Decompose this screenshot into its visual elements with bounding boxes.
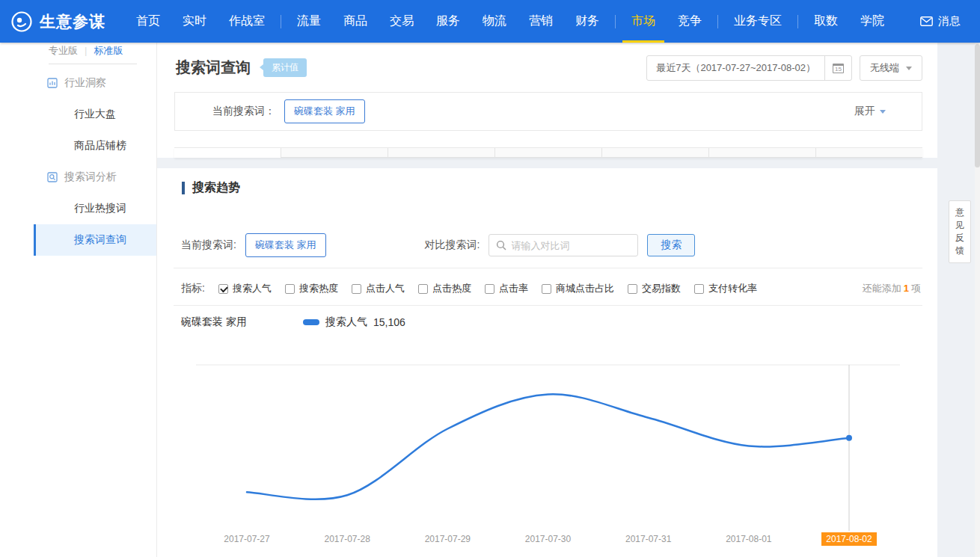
message-button[interactable]: 消息 — [920, 14, 970, 28]
metric-tab[interactable] — [174, 148, 281, 158]
chevron-down-icon — [906, 67, 912, 70]
sidebar-item-search-word-query[interactable]: 搜索词查询 — [34, 224, 156, 256]
nav-service[interactable]: 服务 — [425, 0, 471, 43]
version-tab-divider: | — [85, 45, 87, 56]
scrollbar-thumb[interactable] — [975, 44, 980, 167]
date-range-picker[interactable]: 最近7天（2017-07-27~2017-08-02） 15 — [646, 55, 852, 81]
keyword-tag[interactable]: 碗碟套装 家用 — [284, 99, 365, 123]
x-axis-label: 2017-08-01 — [726, 534, 772, 544]
trend-controls-row: 当前搜索词: 碗碟套装 家用 对比搜索词: 搜索 — [181, 233, 921, 257]
checkbox-icon — [418, 284, 428, 294]
cumulative-value-badge: 累计值 — [263, 58, 307, 77]
keyword-tag[interactable]: 碗碟套装 家用 — [245, 233, 326, 257]
chevron-down-icon — [880, 110, 886, 114]
x-axis-label: 2017-07-27 — [224, 534, 270, 544]
calendar-icon-button[interactable]: 15 — [824, 56, 851, 80]
metric-tab[interactable] — [708, 148, 815, 158]
date-range-text: 最近7天（2017-07-27~2017-08-02） — [647, 61, 824, 75]
expand-link[interactable]: 展开 — [854, 105, 886, 118]
metric-tab[interactable] — [281, 148, 388, 158]
current-keyword-label: 当前搜索词： — [212, 105, 275, 118]
divider — [174, 268, 922, 268]
section-title: 搜索趋势 — [192, 180, 240, 196]
metric-tab[interactable] — [494, 148, 601, 158]
checkbox-icon — [694, 284, 704, 294]
current-keyword-panel: 当前搜索词： 碗碟套装 家用 展开 — [174, 92, 922, 131]
nav-war-room[interactable]: 作战室 — [218, 0, 276, 43]
metric-tab[interactable] — [601, 148, 708, 158]
expand-label: 展开 — [854, 105, 875, 118]
nav-market[interactable]: 市场 — [620, 0, 667, 43]
metrics-row: 指标: 搜索人气 搜索热度 点击人气 点击热度 — [181, 278, 921, 299]
nav-finance[interactable]: 财务 — [564, 0, 610, 43]
metric-label: 交易指数 — [642, 282, 681, 295]
nav-realtime[interactable]: 实时 — [171, 0, 218, 43]
metric-pay-conversion[interactable]: 支付转化率 — [694, 282, 757, 295]
nav-product[interactable]: 商品 — [332, 0, 379, 43]
nav-divider — [615, 15, 616, 28]
nav-business-zone[interactable]: 业务专区 — [723, 0, 793, 43]
header-controls: 最近7天（2017-07-27~2017-08-02） 15 无线端 — [646, 55, 922, 81]
main-content: 搜索词查询 累计值 最近7天（2017-07-27~2017-08-02） 15… — [157, 43, 980, 557]
metric-click-popularity[interactable]: 点击人气 — [352, 282, 405, 295]
add-more-note: 还能添加1项 — [863, 282, 921, 295]
metric-click-rate[interactable]: 点击率 — [485, 282, 528, 295]
nav-divider — [797, 15, 798, 28]
device-select[interactable]: 无线端 — [860, 55, 922, 81]
sidebar-item-industry-insight[interactable]: 行业洞察 — [0, 67, 156, 99]
checkbox-icon — [542, 284, 551, 294]
nav-divider — [281, 15, 281, 28]
divider — [174, 305, 922, 306]
sidebar-item-label: 行业洞察 — [64, 76, 106, 90]
metric-label: 商城点击占比 — [556, 282, 614, 295]
scrollbar-track[interactable] — [975, 43, 980, 557]
nav-marketing[interactable]: 营销 — [518, 0, 564, 43]
tab-standard-version[interactable]: 标准版 — [94, 45, 123, 56]
tab-pro-version[interactable]: 专业版 — [49, 45, 78, 56]
metric-search-popularity[interactable]: 搜索人气 — [218, 282, 272, 295]
envelope-icon — [920, 16, 933, 26]
nav-home[interactable]: 首页 — [125, 0, 171, 43]
nav-logistics[interactable]: 物流 — [471, 0, 518, 43]
x-axis-label: 2017-07-30 — [525, 534, 572, 544]
metric-click-heat[interactable]: 点击热度 — [418, 282, 471, 295]
sidebar-item-label: 搜索词查询 — [74, 233, 126, 247]
search-icon — [496, 240, 506, 250]
metric-tab[interactable] — [388, 148, 494, 158]
sidebar-item-product-shop-rank[interactable]: 商品店铺榜 — [0, 130, 156, 161]
sidebar-item-label: 行业大盘 — [74, 108, 116, 121]
series-name: 碗碟套装 家用 — [181, 316, 303, 329]
metric-mall-click-share[interactable]: 商城点击占比 — [542, 282, 614, 295]
metric-trade-index[interactable]: 交易指数 — [628, 282, 681, 295]
checkbox-icon — [628, 284, 637, 294]
checkbox-checked-icon — [218, 284, 228, 294]
metric-label: 支付转化率 — [708, 282, 757, 295]
device-select-value: 无线端 — [870, 61, 899, 75]
search-button[interactable]: 搜索 — [647, 234, 695, 256]
legend-item[interactable]: 搜索人气 15,106 — [303, 316, 405, 329]
x-axis-label: 2017-07-29 — [425, 534, 471, 544]
sidebar-item-industry-hot-words[interactable]: 行业热搜词 — [0, 193, 156, 224]
nav-trade[interactable]: 交易 — [379, 0, 425, 43]
sidebar-item-label: 商品店铺榜 — [74, 139, 126, 153]
logo-text: 生意参谋 — [40, 11, 105, 32]
metric-search-heat[interactable]: 搜索热度 — [285, 282, 338, 295]
sidebar-nav: 行业洞察 行业大盘 商品店铺榜 搜索词分析 行业热搜词 搜索词查询 — [0, 67, 156, 256]
app-logo[interactable]: 生意参谋 — [10, 10, 105, 33]
metric-tab[interactable] — [815, 148, 922, 158]
page-title: 搜索词查询 — [176, 58, 251, 78]
nav-compete[interactable]: 竞争 — [667, 0, 713, 43]
metric-tab-strip — [174, 147, 922, 158]
compare-search-box[interactable] — [489, 234, 638, 256]
compare-keyword-label: 对比搜索词: — [425, 239, 480, 252]
compare-input[interactable] — [511, 240, 631, 251]
version-tabs: 专业版|标准版 — [49, 43, 137, 64]
nav-academy[interactable]: 学院 — [849, 0, 895, 43]
legend-metric-value: 15,106 — [373, 316, 405, 328]
data-point-marker[interactable] — [846, 435, 852, 441]
nav-traffic[interactable]: 流量 — [286, 0, 332, 43]
sidebar-item-search-word-analysis[interactable]: 搜索词分析 — [0, 161, 156, 193]
feedback-button[interactable]: 意见 反馈 — [949, 200, 971, 263]
nav-data-extract[interactable]: 取数 — [803, 0, 849, 43]
sidebar-item-industry-overview[interactable]: 行业大盘 — [0, 99, 156, 130]
